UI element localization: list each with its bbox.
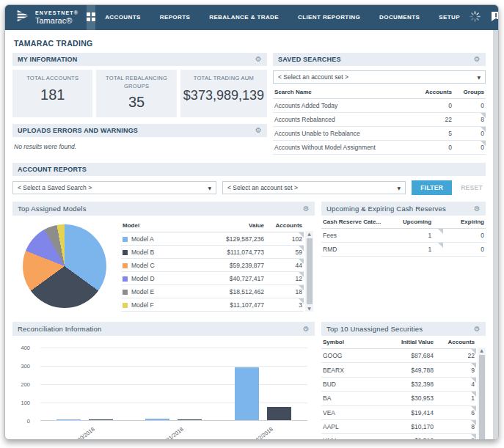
stat-value: $373,989,139 xyxy=(183,88,265,103)
models-pie-chart[interactable] xyxy=(23,224,106,308)
row-fold-marker xyxy=(471,434,476,439)
reset-button[interactable]: RESET xyxy=(458,180,486,195)
model-row[interactable]: Model B $111,074,773 59 xyxy=(121,246,304,259)
security-row[interactable]: AAPL $10,170 8 xyxy=(321,419,476,433)
sync-spinner-icon[interactable] xyxy=(470,11,481,25)
account-set-select[interactable]: < Select an account set > ▼ xyxy=(273,70,486,84)
bar-unreconciled-trades[interactable] xyxy=(178,419,202,420)
bar-unreconciled-trades[interactable] xyxy=(89,419,113,420)
security-row[interactable]: BA $30,953 1 xyxy=(321,392,476,405)
security-row[interactable]: BUD $32,398 4 xyxy=(321,377,476,391)
y-axis: 400 300 200 100 0 xyxy=(12,348,36,421)
filter-button[interactable]: FILTER xyxy=(412,180,452,195)
col-accounts[interactable]: Accounts xyxy=(435,336,476,349)
cash-reserves-panel: Upcoming & Expiring Cash Reserves ⚙ Cash… xyxy=(321,202,486,316)
col-accounts[interactable]: Accounts xyxy=(415,86,453,99)
gear-icon[interactable]: ⚙ xyxy=(255,56,262,63)
row-fold-marker xyxy=(299,272,304,277)
scroll-down-icon[interactable]: ▼ xyxy=(307,306,311,311)
cash-reserves-table: Cash Reserve Cate... Upcoming Expiring F… xyxy=(321,216,486,257)
nav-reports[interactable]: REPORTS xyxy=(150,5,200,30)
bar-open-orders[interactable] xyxy=(235,367,259,421)
row-fold-marker xyxy=(299,285,304,290)
col-symbol[interactable]: Symbol xyxy=(321,336,372,349)
security-row[interactable]: UNH $9,516 8 xyxy=(321,434,476,440)
x-tick: 3/21/2018 xyxy=(129,424,218,440)
bar-open-orders[interactable] xyxy=(56,419,81,420)
brand-logo[interactable]: ENVESTNET® Tamarac® xyxy=(5,5,87,30)
security-row[interactable]: BEARX $49,788 9 xyxy=(321,363,476,377)
reconciliation-panel: Reconciliation Information ⚙ 400 300 200… xyxy=(12,322,315,440)
row-fold-marker xyxy=(471,349,476,354)
scroll-up-icon[interactable]: ▲ xyxy=(307,232,311,236)
account-set-select-2[interactable]: < Select an account set > ▼ xyxy=(222,181,406,194)
col-model[interactable]: Model xyxy=(121,219,204,232)
page-scrollbar[interactable] xyxy=(493,30,498,439)
bar-open-orders[interactable] xyxy=(145,419,169,420)
scrollbar-thumb[interactable] xyxy=(307,238,313,304)
model-row[interactable]: Model E $18,512,462 18 xyxy=(121,285,304,298)
gear-icon[interactable]: ⚙ xyxy=(474,56,481,63)
saved-searches-panel: SAVED SEARCHES ⚙ < Select an account set… xyxy=(273,53,486,156)
col-value[interactable]: Value xyxy=(204,219,266,232)
x-tick: 3/20/2018 xyxy=(40,424,129,440)
row-fold-marker xyxy=(471,392,476,397)
model-row[interactable]: Model C $59,239,877 44 xyxy=(121,259,304,272)
saved-search-select[interactable]: < Select a Saved Search > ▼ xyxy=(12,181,216,194)
bar-unreconciled-trades[interactable] xyxy=(267,407,291,420)
col-upcoming[interactable]: Upcoming xyxy=(382,216,433,229)
col-accounts[interactable]: Accounts xyxy=(266,219,304,232)
stat-total-trading-aum: TOTAL TRADING AUM $373,989,139 xyxy=(180,70,267,117)
security-row[interactable]: VEA $19,414 6 xyxy=(321,405,476,419)
model-row[interactable]: Model D $40,727,417 12 xyxy=(121,272,304,285)
saved-search-row[interactable]: Accounts Without Model Assignment 0 0 xyxy=(273,141,486,155)
cash-reserves-panel-header: Upcoming & Expiring Cash Reserves ⚙ xyxy=(321,202,486,216)
account-reports-header: ACCOUNT REPORTS xyxy=(12,163,486,176)
model-row[interactable]: Model F $11,107,477 3 xyxy=(121,298,304,312)
gear-icon[interactable]: ⚙ xyxy=(474,326,481,333)
security-row[interactable]: GOOG $87,684 22 xyxy=(321,349,476,363)
col-groups[interactable]: Groups xyxy=(453,86,486,99)
saved-search-row[interactable]: Accounts Unable to Rebalance 5 0 xyxy=(273,127,486,141)
gear-icon[interactable]: ⚙ xyxy=(255,127,262,134)
stat-value: 181 xyxy=(15,87,90,103)
unassigned-securities-panel: Top 10 Unassigned Securities ⚙ Symbol In… xyxy=(321,322,486,440)
col-cash-reserve-category[interactable]: Cash Reserve Cate... xyxy=(321,216,382,229)
gear-icon[interactable]: ⚙ xyxy=(303,326,310,333)
gear-icon[interactable]: ⚙ xyxy=(303,205,310,213)
uploads-panel-header: UPLOADS ERRORS AND WARNINGS ⚙ xyxy=(12,124,267,137)
col-search-name[interactable]: Search Name xyxy=(273,86,415,99)
app-launcher-button[interactable] xyxy=(87,5,95,30)
models-table-scrollbar[interactable]: ▲ ▼ xyxy=(305,231,313,312)
nav-rebalance-trade[interactable]: REBALANCE & TRADE xyxy=(200,5,288,30)
col-initial-value[interactable]: Initial Value xyxy=(372,336,435,349)
col-expiring[interactable]: Expiring xyxy=(433,216,486,229)
cash-reserve-row[interactable]: RMD 1 0 xyxy=(321,243,486,257)
nav-documents[interactable]: DOCUMENTS xyxy=(370,5,429,30)
gear-icon[interactable]: ⚙ xyxy=(474,205,481,213)
securities-title: Top 10 Unassigned Securities xyxy=(326,325,423,333)
top-assigned-models-panel: Top Assigned Models ⚙ Model Value Accoun… xyxy=(12,202,315,316)
notifications-button[interactable]: 1 xyxy=(490,10,499,25)
saved-search-row[interactable]: Accounts Rebalanced 22 8 xyxy=(273,113,486,127)
scroll-up-icon[interactable]: ▲ xyxy=(480,348,483,353)
saved-searches-table: Search Name Accounts Groups Accounts Add… xyxy=(273,86,486,155)
securities-table: Symbol Initial Value Accounts GOOG $87,6… xyxy=(321,336,476,440)
nav-setup[interactable]: SETUP xyxy=(429,5,470,30)
securities-table-scrollbar[interactable]: ▲ ▼ xyxy=(478,348,486,440)
nav-accounts[interactable]: ACCOUNTS xyxy=(95,5,150,30)
scrollbar-thumb[interactable] xyxy=(479,355,485,440)
row-fold-marker xyxy=(299,246,304,251)
my-information-panel-header: MY INFORMATION ⚙ xyxy=(12,53,267,66)
model-row[interactable]: Model A $129,587,236 102 xyxy=(121,232,304,246)
legend-swatch xyxy=(123,303,128,308)
cash-reserve-row[interactable]: Fees 1 0 xyxy=(321,229,486,243)
row-fold-marker xyxy=(299,259,304,264)
brand-line1: ENVESTNET® xyxy=(35,10,78,15)
account-reports-title: ACCOUNT REPORTS xyxy=(18,166,87,173)
chevron-down-icon: ▼ xyxy=(477,75,481,80)
securities-panel-header: Top 10 Unassigned Securities ⚙ xyxy=(321,322,486,336)
brand-line2: Tamarac® xyxy=(35,16,78,25)
nav-client-reporting[interactable]: CLIENT REPORTING xyxy=(288,5,370,30)
saved-search-row[interactable]: Accounts Added Today 0 0 xyxy=(273,99,486,113)
